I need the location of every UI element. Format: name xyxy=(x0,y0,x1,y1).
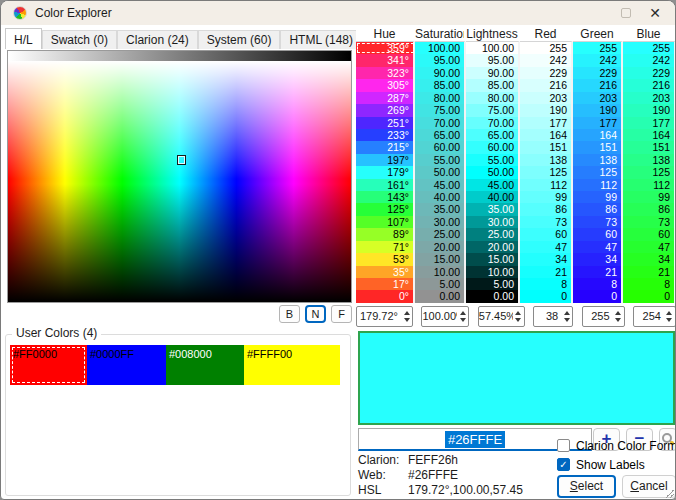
blue-cell[interactable]: 99 xyxy=(623,191,676,203)
spinner-down-icon[interactable] xyxy=(564,318,570,322)
saturation-cell[interactable]: 45.00 xyxy=(415,179,466,191)
user-swatch-008000[interactable]: #008000 xyxy=(166,345,244,385)
saturation-cell[interactable]: 95.00 xyxy=(415,54,466,66)
red-cell[interactable]: 73 xyxy=(520,216,573,228)
green-cell[interactable]: 242 xyxy=(573,54,623,66)
lightness-cell[interactable]: 5.00 xyxy=(466,278,520,290)
hue-cell[interactable]: 125° xyxy=(356,203,415,215)
select-button[interactable]: Select xyxy=(557,475,616,498)
lightness-cell[interactable]: 50.00 xyxy=(466,166,520,178)
hue-cell[interactable]: 359° xyxy=(356,42,415,54)
spinner-up-icon[interactable] xyxy=(515,311,521,315)
blue-cell[interactable]: 164 xyxy=(623,129,676,141)
saturation-cell[interactable]: 90.00 xyxy=(415,67,466,79)
hue-cell[interactable]: 161° xyxy=(356,179,415,191)
hue-cell[interactable]: 323° xyxy=(356,67,415,79)
saturation-cell[interactable]: 55.00 xyxy=(415,154,466,166)
hue-cell[interactable]: 287° xyxy=(356,92,415,104)
lightness-cell[interactable]: 10.00 xyxy=(466,266,520,278)
hue-cell[interactable]: 71° xyxy=(356,241,415,253)
saturation-cell[interactable]: 35.00 xyxy=(415,203,466,215)
hue-cell[interactable]: 197° xyxy=(356,154,415,166)
spinner-arrows[interactable] xyxy=(513,307,524,326)
bnf-button-n[interactable]: N xyxy=(305,305,326,323)
blue-spinner[interactable]: 254 xyxy=(633,306,676,327)
hue-cell[interactable]: 89° xyxy=(356,228,415,240)
lightness-cell[interactable]: 15.00 xyxy=(466,253,520,265)
blue-cell[interactable]: 73 xyxy=(623,216,676,228)
user-swatch-ffff00[interactable]: #FFFF00 xyxy=(244,345,340,385)
saturation-cell[interactable]: 80.00 xyxy=(415,92,466,104)
red-cell[interactable]: 125 xyxy=(520,166,573,178)
green-cell[interactable]: 99 xyxy=(573,191,623,203)
tab-system-60[interactable]: System (60) xyxy=(198,30,281,49)
lightness-cell[interactable]: 65.00 xyxy=(466,129,520,141)
blue-cell[interactable]: 21 xyxy=(623,266,676,278)
lightness-cell[interactable]: 20.00 xyxy=(466,241,520,253)
saturation-cell[interactable]: 70.00 xyxy=(415,117,466,129)
hue-cell[interactable]: 107° xyxy=(356,216,415,228)
gradient-marker[interactable] xyxy=(177,155,186,165)
spinner-down-icon[interactable] xyxy=(615,318,621,322)
red-cell[interactable]: 99 xyxy=(520,191,573,203)
red-cell[interactable]: 216 xyxy=(520,79,573,91)
tab-clarion-24[interactable]: Clarion (24) xyxy=(117,30,198,49)
lightness-cell[interactable]: 60.00 xyxy=(466,141,520,153)
green-cell[interactable]: 203 xyxy=(573,92,623,104)
hue-lightness-map[interactable] xyxy=(8,61,351,302)
lightness-cell[interactable]: 25.00 xyxy=(466,228,520,240)
spinner-arrows[interactable] xyxy=(561,307,572,326)
blue-cell[interactable]: 242 xyxy=(623,54,676,66)
checkbox-row-show-labels[interactable]: ✓Show Labels xyxy=(557,457,676,472)
checkbox-row-clarion-color-format[interactable]: Clarion Color Format xyxy=(557,438,676,453)
close-icon[interactable]: ✕ xyxy=(645,3,665,23)
hue-cell[interactable]: 305° xyxy=(356,79,415,91)
green-cell[interactable]: 216 xyxy=(573,79,623,91)
spinner-down-icon[interactable] xyxy=(460,318,466,322)
lightness-cell[interactable]: 0.00 xyxy=(466,290,520,302)
checkbox-icon[interactable] xyxy=(557,439,570,452)
lightness-cell[interactable]: 75.00 xyxy=(466,104,520,116)
tab-html-148[interactable]: HTML (148) xyxy=(280,30,362,49)
green-cell[interactable]: 190 xyxy=(573,104,623,116)
red-cell[interactable]: 138 xyxy=(520,154,573,166)
red-cell[interactable]: 229 xyxy=(520,67,573,79)
green-cell[interactable]: 125 xyxy=(573,166,623,178)
blue-cell[interactable]: 86 xyxy=(623,203,676,215)
saturation-cell[interactable]: 20.00 xyxy=(415,241,466,253)
tab-swatch-0[interactable]: Swatch (0) xyxy=(42,30,117,49)
spinner-down-icon[interactable] xyxy=(515,318,521,322)
saturation-cell[interactable]: 100.00 xyxy=(415,42,466,54)
spinner-arrows[interactable] xyxy=(664,307,675,326)
saturation-cell[interactable]: 25.00 xyxy=(415,228,466,240)
saturation-cell[interactable]: 15.00 xyxy=(415,253,466,265)
checkbox-icon[interactable]: ✓ xyxy=(557,458,570,471)
saturation-cell[interactable]: 0.00 xyxy=(415,290,466,302)
user-swatch-0000ff[interactable]: #0000FF xyxy=(87,345,166,385)
spinner-up-icon[interactable] xyxy=(404,311,410,315)
blue-cell[interactable]: 0 xyxy=(623,290,676,302)
green-cell[interactable]: 229 xyxy=(573,67,623,79)
hue-cell[interactable]: 341° xyxy=(356,54,415,66)
red-cell[interactable]: 21 xyxy=(520,266,573,278)
blue-cell[interactable]: 60 xyxy=(623,228,676,240)
red-cell[interactable]: 255 xyxy=(520,42,573,54)
red-cell[interactable]: 112 xyxy=(520,179,573,191)
hue-cell[interactable]: 179° xyxy=(356,166,415,178)
hue-cell[interactable]: 251° xyxy=(356,117,415,129)
blue-cell[interactable]: 34 xyxy=(623,253,676,265)
red-cell[interactable]: 60 xyxy=(520,228,573,240)
green-cell[interactable]: 86 xyxy=(573,203,623,215)
bnf-button-f[interactable]: F xyxy=(331,305,352,323)
green-spinner[interactable]: 255 xyxy=(582,306,625,327)
green-cell[interactable]: 177 xyxy=(573,117,623,129)
resize-grip[interactable] xyxy=(664,488,674,498)
red-cell[interactable]: 164 xyxy=(520,129,573,141)
red-cell[interactable]: 177 xyxy=(520,117,573,129)
hue-cell[interactable]: 215° xyxy=(356,141,415,153)
red-cell[interactable]: 203 xyxy=(520,92,573,104)
spinner-arrows[interactable] xyxy=(401,307,412,326)
lightness-cell[interactable]: 35.00 xyxy=(466,203,520,215)
green-cell[interactable]: 255 xyxy=(573,42,623,54)
blue-cell[interactable]: 190 xyxy=(623,104,676,116)
